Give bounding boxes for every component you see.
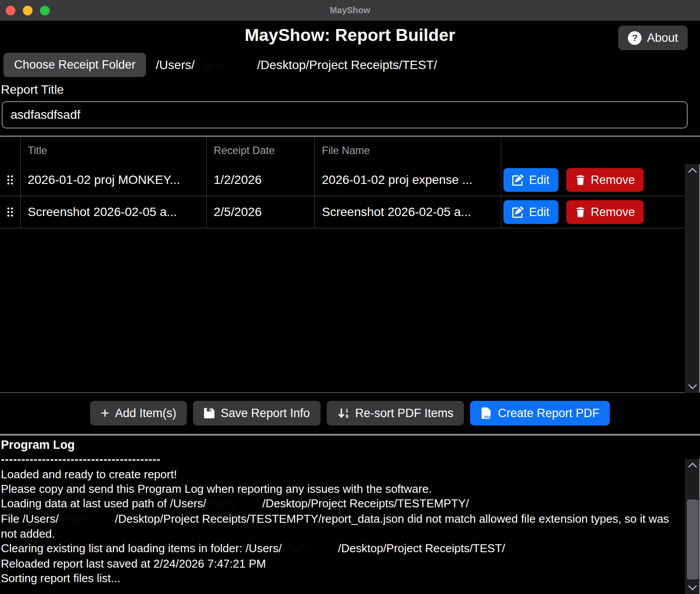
pencil-square-icon bbox=[512, 174, 524, 186]
log-line: File /Users/·˙··˙·/Desktop/Project Recei… bbox=[1, 512, 678, 542]
svg-text:1: 1 bbox=[345, 407, 348, 413]
program-log-title: Program Log bbox=[1, 438, 678, 452]
edit-button[interactable]: Edit bbox=[503, 200, 558, 224]
row-date-cell: 2/5/2026 bbox=[207, 196, 315, 228]
resort-pdf-items-label: Re-sort PDF Items bbox=[355, 407, 454, 420]
minimize-window-button[interactable] bbox=[23, 6, 33, 15]
table-row: 2026-01-02 proj MONKEY... 1/2/2026 2026-… bbox=[0, 164, 700, 196]
traffic-lights bbox=[6, 6, 50, 15]
log-text: /Desktop/Project Receipts/TESTEMPTY/ bbox=[262, 497, 469, 510]
close-window-button[interactable] bbox=[6, 6, 15, 15]
row-title-cell: Screenshot 2026-02-05 a... bbox=[21, 196, 207, 228]
row-actions-cell: Edit Remove bbox=[501, 196, 700, 228]
report-items-table: Title Receipt Date File Name 2026-01-02 … bbox=[0, 136, 700, 393]
svg-text:PDF: PDF bbox=[485, 415, 492, 419]
redacted-username: ·˙··˙· bbox=[282, 542, 338, 557]
remove-button-label: Remove bbox=[591, 173, 635, 187]
drag-handle[interactable] bbox=[0, 164, 21, 196]
row-file-cell: 2026-01-02 proj expense ... bbox=[315, 164, 501, 196]
scrollbar-thumb[interactable] bbox=[687, 499, 699, 579]
remove-button-label: Remove bbox=[591, 205, 635, 219]
log-line: Reloaded report last saved at 2/24/2026 … bbox=[1, 557, 678, 571]
row-title-cell: 2026-01-02 proj MONKEY... bbox=[21, 164, 207, 196]
log-line: Please copy and send this Program Log wh… bbox=[1, 482, 678, 496]
redacted-username: ·˙··˙· bbox=[195, 60, 257, 71]
receipt-folder-path: /Users/·˙··˙·/Desktop/Project Receipts/T… bbox=[156, 58, 437, 72]
save-floppy-icon bbox=[204, 407, 215, 419]
create-report-pdf-button[interactable]: PDF Create Report PDF bbox=[470, 401, 610, 425]
plus-icon: + bbox=[101, 405, 109, 420]
zoom-window-button[interactable] bbox=[40, 6, 50, 15]
report-title-label: Report Title bbox=[1, 83, 64, 97]
table-scrollbar[interactable] bbox=[685, 164, 700, 393]
edit-button-label: Edit bbox=[529, 205, 550, 219]
scroll-up-icon[interactable] bbox=[687, 462, 698, 468]
folder-row: Choose Receipt Folder /Users/·˙··˙·/Desk… bbox=[4, 53, 437, 77]
sort-numeric-down-icon: 19 bbox=[337, 407, 350, 419]
remove-button[interactable]: Remove bbox=[566, 168, 644, 192]
svg-text:9: 9 bbox=[345, 413, 348, 419]
path-suffix: /Desktop/Project Receipts/TEST/ bbox=[257, 58, 437, 72]
create-report-pdf-label: Create Report PDF bbox=[498, 407, 599, 420]
row-file-cell: Screenshot 2026-02-05 a... bbox=[315, 196, 501, 228]
row-date-cell: 1/2/2026 bbox=[207, 164, 315, 196]
log-line: Sorting report files list... bbox=[1, 571, 678, 586]
table-row: Screenshot 2026-02-05 a... 2/5/2026 Scre… bbox=[0, 196, 700, 228]
bottom-toolbar: + Add Item(s) Save Report Info 19 Re-sor… bbox=[0, 401, 700, 425]
pdf-file-icon: PDF bbox=[481, 407, 492, 419]
log-text: File /Users/ bbox=[1, 512, 58, 525]
window-titlebar: MayShow bbox=[0, 0, 700, 21]
add-items-label: Add Item(s) bbox=[115, 407, 177, 420]
row-actions-cell: Edit Remove bbox=[501, 164, 700, 196]
column-header-receipt-date: Receipt Date bbox=[207, 137, 315, 164]
table-header-row: Title Receipt Date File Name bbox=[0, 137, 700, 164]
edit-button-label: Edit bbox=[529, 173, 550, 187]
about-button-label: About bbox=[647, 31, 678, 45]
drag-handle[interactable] bbox=[0, 196, 21, 228]
log-text: Loading data at last used path of /Users… bbox=[1, 497, 206, 510]
log-line: Loaded and ready to create report! bbox=[1, 467, 678, 482]
log-text: /Desktop/Project Receipts/TEST/ bbox=[338, 542, 505, 555]
choose-receipt-folder-button[interactable]: Choose Receipt Folder bbox=[4, 53, 146, 77]
log-text: Clearing existing list and loading items… bbox=[1, 542, 282, 555]
page-title: MayShow: Report Builder bbox=[0, 26, 700, 45]
trash-icon bbox=[575, 206, 586, 218]
program-log[interactable]: Program Log ----------------------------… bbox=[1, 438, 678, 586]
log-line: Loading data at last used path of /Users… bbox=[1, 496, 678, 512]
redacted-username: ·˙··˙· bbox=[206, 497, 262, 512]
redacted-username: ·˙··˙· bbox=[58, 512, 115, 527]
log-line: Clearing existing list and loading items… bbox=[1, 541, 678, 557]
grip-dots-icon bbox=[6, 207, 15, 217]
scroll-down-icon[interactable] bbox=[687, 585, 698, 590]
app-window: MayShow MayShow: Report Builder ? About … bbox=[0, 0, 700, 594]
edit-button[interactable]: Edit bbox=[503, 168, 558, 192]
drag-handle-header-cell bbox=[0, 137, 21, 164]
column-header-title: Title bbox=[21, 137, 207, 164]
trash-icon bbox=[575, 174, 586, 186]
log-separator: --------------------------------------- bbox=[1, 453, 678, 466]
scroll-down-icon[interactable] bbox=[687, 384, 698, 389]
add-items-button[interactable]: + Add Item(s) bbox=[90, 401, 187, 425]
report-title-input[interactable] bbox=[2, 101, 688, 128]
column-header-file-name: File Name bbox=[315, 137, 501, 164]
window-title: MayShow bbox=[330, 5, 370, 15]
scroll-up-icon[interactable] bbox=[687, 168, 698, 173]
resort-pdf-items-button[interactable]: 19 Re-sort PDF Items bbox=[327, 401, 464, 425]
pencil-square-icon bbox=[512, 206, 524, 218]
column-header-actions bbox=[501, 137, 700, 164]
question-circle-icon: ? bbox=[628, 31, 642, 45]
about-button[interactable]: ? About bbox=[618, 26, 688, 50]
save-report-info-label: Save Report Info bbox=[221, 407, 310, 420]
log-scrollbar[interactable] bbox=[685, 459, 700, 594]
grip-dots-icon bbox=[6, 175, 15, 185]
path-prefix: /Users/ bbox=[156, 58, 195, 72]
save-report-info-button[interactable]: Save Report Info bbox=[193, 401, 321, 425]
remove-button[interactable]: Remove bbox=[566, 200, 644, 224]
log-divider bbox=[0, 434, 700, 436]
